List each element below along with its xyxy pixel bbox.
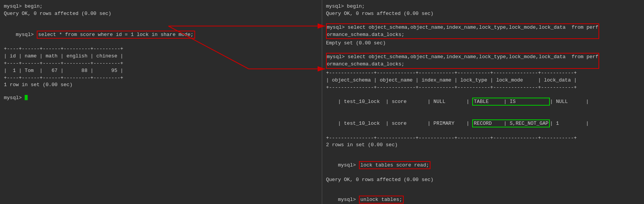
left-table-border-1: +----+------+------+---------+---------+ (4, 46, 318, 53)
left-terminal-panel: mysql> begin; Query OK, 0 rows affected … (0, 0, 322, 204)
right-table-row-2: | test_10_lock | score | PRIMARY | RECOR… (326, 113, 640, 135)
left-table-row: | 1 | Tom | 67 | 88 | 95 | (4, 67, 318, 75)
right-table-row-1: | test_10_lock | score | NULL | TABLE | … (326, 91, 640, 113)
right-terminal-panel: mysql> begin; Query OK, 0 rows affected … (322, 0, 644, 204)
left-row-count: 1 row in set (0.00 sec) (4, 82, 318, 89)
right-table-header: | object_schema | object_name | index_na… (326, 77, 640, 84)
left-mysql-prompt: mysql> (16, 32, 37, 38)
right-unlock-highlighted: unlock tables; (359, 196, 404, 204)
right-select-query-1-box: mysql> select object_schema,object_name,… (326, 23, 599, 39)
right-row2-suffix: | 1 | (550, 121, 589, 126)
right-select-q2-line1: mysql> select object_schema,object_name,… (327, 54, 598, 61)
right-row1-green: TABLE | IS (472, 98, 550, 106)
left-select-line: mysql> select * from score where id = 1 … (4, 24, 318, 46)
right-table-sep-3: +---------------+-------------+---------… (326, 135, 640, 142)
right-select-query-2-box: mysql> select object_schema,object_name,… (326, 53, 599, 69)
left-begin-line: mysql> begin; Query OK, 0 rows affected … (4, 3, 318, 18)
left-line-1: mysql> begin; (4, 3, 318, 10)
right-select-q2-line2: ormance_schema.data_locks; (327, 61, 598, 68)
right-queryok-2: Query OK, 0 rows affected (0.00 sec) (326, 176, 640, 184)
left-prompt-cursor: mysql> (4, 95, 318, 102)
right-lock-read-highlighted: lock tables score read; (359, 161, 430, 169)
right-mysql-prompt-3: mysql> (338, 197, 359, 202)
left-select-query-highlighted: select * from score where id = 1 lock in… (37, 31, 195, 39)
left-line-2: Query OK, 0 rows affected (0.00 sec) (4, 10, 318, 18)
right-table-sep-2: +---------------+-------------+---------… (326, 84, 640, 91)
right-row2-prefix: | test_10_lock | score | PRIMARY | (338, 121, 472, 126)
right-2rows: 2 rows in set (0.00 sec) (326, 142, 640, 149)
right-table-sep-1: +---------------+-------------+---------… (326, 70, 640, 77)
left-table-border-3: +----+------+------+---------+---------+ (4, 75, 318, 82)
right-unlock-line: mysql> unlock tables; (326, 189, 640, 204)
left-table-border-2: +----+------+------+---------+---------+ (4, 60, 318, 67)
right-line-begin: mysql> begin; (326, 3, 640, 10)
right-line-queryok-1: Query OK, 0 rows affected (0.00 sec) (326, 10, 640, 18)
right-row1-suffix: | NULL | (550, 99, 589, 104)
right-select-q1-line2: ormance_schema.data_locks; (327, 31, 598, 39)
right-mysql-prompt-2: mysql> (338, 162, 359, 168)
right-row1-prefix: | test_10_lock | score | NULL | (338, 99, 472, 104)
right-select-q1-line1: mysql> select object_schema,object_name,… (327, 24, 598, 31)
right-lock-read-line: mysql> lock tables score read; (326, 155, 640, 176)
left-table-header: | id | name | math | english | chinese | (4, 53, 318, 60)
right-empty-set: Empty set (0.00 sec) (326, 40, 640, 47)
right-row2-green: RECORD | S,REC_NOT_GAP (472, 119, 550, 127)
